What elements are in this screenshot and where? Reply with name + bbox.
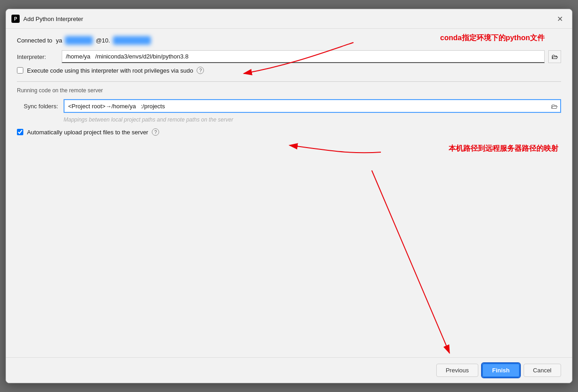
auto-upload-label: Automatically upload project files to th… [27,129,148,136]
dialog-title: Add Python Interpreter [23,16,551,22]
interpreter-label: Interpreter: [17,53,58,60]
folder-icon: 🗁 [551,53,558,60]
auto-upload-help-icon[interactable]: ? [152,128,159,136]
connected-value: ya @10. [56,36,150,45]
sync-folders-input[interactable] [64,99,561,113]
mapping-annotation-text: 本机路径到远程服务器路径的映射 [449,144,558,154]
sync-folders-label: Sync folders: [17,103,58,110]
mapping-hint: Mappings between local project paths and… [64,117,561,123]
add-python-interpreter-dialog: P Add Python Interpreter ✕ Connected to … [5,9,573,383]
execute-checkbox-row: Execute code using this interpreter with… [17,67,561,74]
execute-sudo-checkbox[interactable] [17,67,23,74]
connected-at: @10. [96,37,110,44]
connected-ip2-blurred [113,36,151,45]
finish-button[interactable]: Finish [482,363,519,377]
title-bar: P Add Python Interpreter ✕ [6,9,572,29]
close-button[interactable]: ✕ [555,14,565,24]
execute-sudo-label: Execute code using this interpreter with… [27,67,193,74]
interpreter-folder-button[interactable]: 🗁 [548,50,561,63]
sync-folders-folder-button[interactable]: 🗁 [547,99,561,113]
interpreter-input[interactable] [62,50,545,63]
auto-upload-row: Automatically upload project files to th… [17,128,561,136]
previous-button[interactable]: Previous [436,364,479,377]
connected-user: ya [56,37,62,44]
sync-field-wrapper: 🗁 [64,99,561,113]
dialog-content: Connected to ya @10. Interpreter: 🗁 Exec… [6,29,572,357]
auto-upload-checkbox[interactable] [17,129,23,135]
connected-label: Connected to [17,37,52,44]
cancel-button[interactable]: Cancel [524,364,561,377]
section-title: Running code on the remote server [17,87,561,94]
interpreter-row: Interpreter: 🗁 [17,50,561,63]
execute-help-icon[interactable]: ? [197,67,204,74]
connected-row: Connected to ya @10. [17,36,561,45]
section-divider [17,81,561,82]
sync-folder-icon: 🗁 [551,102,558,110]
annotation-arrows [6,29,572,357]
app-icon: P [11,15,20,23]
annotations-overlay: conda指定环境下的python文件 本机路径到远程服务器路径的映射 [6,29,572,357]
sync-folders-row: Sync folders: 🗁 [17,99,561,113]
dialog-footer: Previous Finish Cancel [6,357,572,383]
connected-ip-blurred [65,36,93,45]
